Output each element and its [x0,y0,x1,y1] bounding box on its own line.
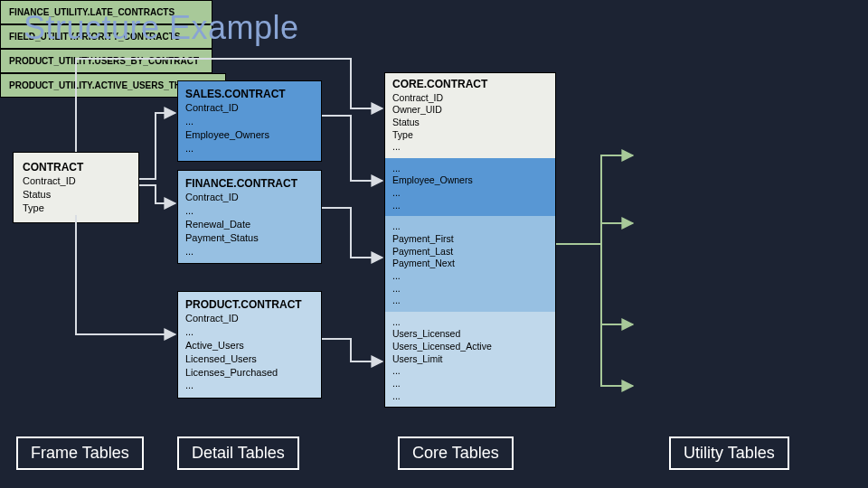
field: ... [392,378,548,390]
detail-sales-box: SALES.CONTRACT Contract_ID ... Employee_… [177,80,322,162]
field: ... [392,390,548,403]
field: ... [392,365,548,378]
detail-finance-title: FINANCE.CONTRACT [185,176,314,191]
detail-finance-box: FINANCE.CONTRACT Contract_ID ... Renewal… [177,170,322,264]
frame-contract-box: CONTRACT Contract_ID Status Type [13,152,139,223]
field: ... [185,204,314,218]
field: ... [392,295,548,307]
field: Contract_ID [392,92,548,105]
field: Employee_Owners [392,174,548,187]
field: Payment_Status [185,231,314,245]
category-utility: Utility Tables [669,436,789,470]
core-finance-section: ... Payment_First Payment_Last Payment_N… [385,216,555,311]
core-head-section: CORE.CONTRACT Contract_ID Owner_UID Stat… [385,73,555,158]
core-title: CORE.CONTRACT [392,78,548,92]
field: Status [23,188,129,202]
field: ... [392,221,548,233]
category-core: Core Tables [398,436,514,470]
field: Renewal_Date [185,218,314,231]
core-sales-section: ... Employee_Owners ... ... [385,158,555,217]
field: Owner_UID [392,104,548,117]
core-contract-box: CORE.CONTRACT Contract_ID Owner_UID Stat… [384,72,556,408]
field: Active_Users [185,339,314,352]
field: Contract_ID [185,101,314,115]
detail-sales-title: SALES.CONTRACT [185,87,314,101]
field: Users_Limit [392,353,548,366]
field: Status [392,117,548,129]
field: Type [23,202,129,215]
diagram-title: Structure Example [24,9,299,47]
field: ... [185,115,314,128]
field: Payment_Next [392,258,548,270]
field: ... [392,316,548,329]
field: Payment_Last [392,246,548,258]
field: ... [392,283,548,296]
field: Users_Licensed_Active [392,341,548,353]
detail-product-box: PRODUCT.CONTRACT Contract_ID ... Active_… [177,291,322,399]
field: Users_Licensed [392,328,548,341]
frame-contract-title: CONTRACT [23,160,129,174]
field: Type [392,129,548,142]
field: Contract_ID [185,312,314,325]
field: Payment_First [392,233,548,246]
field: ... [392,187,548,200]
field: ... [185,245,314,258]
field: ... [185,142,314,155]
category-detail: Detail Tables [177,436,299,470]
field: Licensed_Users [185,352,314,366]
field: ... [392,200,548,212]
field: ... [185,325,314,339]
field: Licenses_Purchased [185,366,314,380]
utility-product-users: PRODUCT_UTILITY.USERS_BY_CONTRACT [0,49,212,73]
category-frame: Frame Tables [16,436,144,470]
detail-product-title: PRODUCT.CONTRACT [185,297,314,312]
field: Contract_ID [185,191,314,204]
field: ... [392,270,548,283]
field: Employee_Owners [185,128,314,142]
field: ... [392,141,548,154]
field: Contract_ID [23,174,129,188]
field: ... [392,163,548,175]
core-product-section: ... Users_Licensed Users_Licensed_Active… [385,312,555,407]
field: ... [185,379,314,392]
